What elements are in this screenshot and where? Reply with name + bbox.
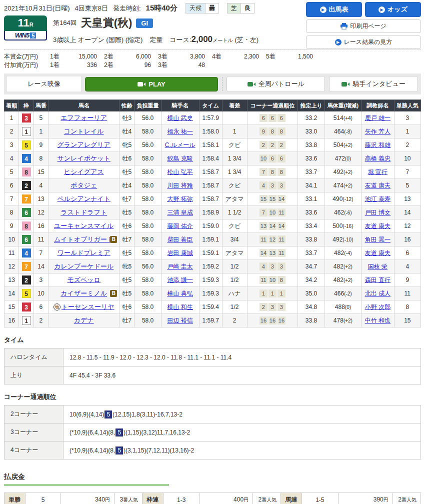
trainer-name-link[interactable]: 戸田 博文 <box>365 209 390 216</box>
corner-position: 3 <box>278 182 286 190</box>
trainer-name-link[interactable]: 角田 晃一 <box>365 236 390 243</box>
finish-position: 15 <box>4 300 19 314</box>
jockey-name-link[interactable]: 横山 武史 <box>168 114 193 122</box>
trainer-name-link[interactable]: 堀 宣行 <box>368 168 388 176</box>
odds-button[interactable]: ▶ オッズ <box>365 2 421 17</box>
horse-weight-cell: 482(+2) <box>324 274 361 287</box>
jockey-name-link[interactable]: 三浦 皇成 <box>168 209 193 216</box>
horse-name-link[interactable]: サンレイポケット <box>57 154 110 162</box>
trainer-name-link[interactable]: 北出 成人 <box>365 290 390 297</box>
corner-positions-cell: 233 <box>247 300 298 314</box>
trainer-name-link[interactable]: 鹿戸 雄一 <box>365 114 390 122</box>
jockey-cell: 横山 典弘 <box>161 287 199 300</box>
corner-positions-cell: 433 <box>247 260 298 274</box>
entries-button[interactable]: ▶ 出馬表 <box>306 2 362 17</box>
horse-name-link[interactable]: ラストドラフト <box>60 208 107 216</box>
horse-name-link[interactable]: カレンブーケドール <box>54 262 114 270</box>
jockey-name-link[interactable]: 藤岡 佑介 <box>168 222 193 230</box>
jockey-name-link[interactable]: 柴田 善臣 <box>168 236 193 243</box>
trainer-name-link[interactable]: 友道 康夫 <box>365 222 390 230</box>
jockey-name-link[interactable]: 福永 祐一 <box>168 128 193 135</box>
trainer-name-link[interactable]: 藤沢 和雄 <box>365 142 390 148</box>
prize-amount: 96 <box>122 61 151 70</box>
win-favorite-rank: 8 <box>394 300 420 314</box>
result-row: 7713ペルシアンナイト牡758.0大野 拓弥1:58.7アタマ15151433… <box>4 192 421 206</box>
bracket-number: 2 <box>22 181 31 190</box>
results-column-header: 着差 <box>222 100 247 112</box>
trainer-name-link[interactable]: 友道 康夫 <box>365 182 390 189</box>
win-favorite-rank: 5 <box>394 179 420 192</box>
jockey-name-link[interactable]: 松山 弘平 <box>168 168 193 176</box>
added-prize-row: 付加賞(万円) 1着3362着963着48 <box>4 61 421 70</box>
jockey-name-link[interactable]: C.ルメール <box>165 142 196 148</box>
jockey-name-link[interactable]: 横山 典弘 <box>168 290 193 297</box>
horse-weight-change: (-2) <box>344 291 352 296</box>
jockey-name-link[interactable]: 大野 拓弥 <box>168 196 193 202</box>
horse-name-link[interactable]: コントレイル <box>64 128 104 135</box>
corner-position: 1 <box>260 290 268 298</box>
bracket-cell: 8 <box>19 220 34 233</box>
result-guide-button[interactable]: ▶ レース結果の見方 <box>306 36 421 49</box>
horse-number: 13 <box>34 192 48 206</box>
horse-name-link[interactable]: ユーキャンスマイル <box>54 222 114 230</box>
horse-name-link[interactable]: ワールドプレミア <box>58 249 110 256</box>
corner-section-title: コーナー通過順位 <box>4 392 421 402</box>
main-prize-row: 本賞金(万円) 1着15,0002着6,0003着3,8004着2,3005着1… <box>4 52 421 61</box>
horse-name-link[interactable]: ヒシイグアス <box>64 168 104 176</box>
last-3f-time: 33.4 <box>298 220 325 233</box>
play-button[interactable]: PLAY <box>85 77 218 92</box>
corner-position: 7 <box>260 168 268 176</box>
bracket-cell: 7 <box>19 260 34 274</box>
corner-order-table: 2コーナー10(6,9)(4,14)5(12,15)1,8(3,11)-16,7… <box>4 405 421 460</box>
last-3f-time: 33.7 <box>298 166 325 179</box>
sex-age: 牡5 <box>120 206 134 220</box>
trainer-name-link[interactable]: 森田 直行 <box>365 276 390 284</box>
trainer-cell: 中竹 和也 <box>362 314 394 328</box>
trainer-name-link[interactable]: 友道 康夫 <box>365 250 390 256</box>
patrol-video-button[interactable]: 全周パトロール <box>226 76 325 92</box>
horse-name-link[interactable]: カデナ <box>74 316 94 324</box>
trainer-name-link[interactable]: 国枝 栄 <box>368 263 388 270</box>
jockey-name-link[interactable]: 岩田 康誠 <box>168 250 193 256</box>
horse-name-link[interactable]: カイザーミノル <box>60 290 107 297</box>
trainer-name-link[interactable]: 小野 次郎 <box>365 304 390 310</box>
horse-name-link[interactable]: ポタジェ <box>70 182 97 189</box>
horse-name-link[interactable]: ペルシアンナイト <box>57 195 110 202</box>
win-favorite-rank: 15 <box>394 314 420 328</box>
trainer-name-link[interactable]: 矢作 芳人 <box>365 128 390 135</box>
horse-number: 15 <box>34 166 48 179</box>
horse-name-link[interactable]: モズベッロ <box>67 276 100 284</box>
corner-order-text: (*10,9)(6,4,14)(8, <box>70 447 115 454</box>
horse-name-link[interactable]: ムイトオブリガード <box>54 236 114 243</box>
win-favorite-rank: 13 <box>394 192 420 206</box>
trainer-name-link[interactable]: 高橋 義忠 <box>365 155 390 162</box>
jockey-interview-button[interactable]: 騎手インタビュー <box>329 76 418 92</box>
corner-position: 3 <box>268 262 276 270</box>
jockey-name-link[interactable]: 川田 将雅 <box>168 182 193 189</box>
last-3f-time: 33.0 <box>298 125 325 138</box>
jockey-name-link[interactable]: 鮫島 克駿 <box>168 155 193 162</box>
jockey-name-link[interactable]: 田辺 裕信 <box>168 317 193 324</box>
jockey-cell: 福永 祐一 <box>161 125 199 138</box>
margin: アタマ <box>222 192 247 206</box>
carried-weight: 58.0 <box>134 192 161 206</box>
sex-age: 牡6 <box>120 152 134 166</box>
jockey-name-link[interactable]: 池添 謙一 <box>168 276 193 284</box>
jockey-name-link[interactable]: 戸崎 圭太 <box>168 263 193 270</box>
trainer-name-link[interactable]: 池江 泰寿 <box>365 196 390 202</box>
horse-name-link[interactable]: エフフォーリア <box>60 114 107 122</box>
horse-number: 4 <box>34 179 48 192</box>
jockey-name-link[interactable]: 横山 和生 <box>168 304 193 310</box>
race-name: 天皇賞(秋) <box>81 16 132 30</box>
sex-age: 牡5 <box>120 166 134 179</box>
sex-age: 牡4 <box>120 179 134 192</box>
horse-name-link[interactable]: グランアレグリア <box>57 141 110 148</box>
trainer-name-link[interactable]: 中竹 和也 <box>365 317 390 324</box>
trainer-cell: 鹿戸 雄一 <box>362 112 394 125</box>
trainer-cell: 北出 成人 <box>362 287 394 300</box>
action-buttons: ▶ 出馬表 ▶ オッズ 印刷用ページ ▶ レース結果の見方 <box>306 2 421 49</box>
print-page-button[interactable]: 印刷用ページ <box>306 20 421 33</box>
last-3f-time: 33.1 <box>298 192 325 206</box>
horse-name-link[interactable]: トーセンスーリヤ <box>62 303 114 310</box>
jockey-cell: 川田 将雅 <box>161 179 199 192</box>
